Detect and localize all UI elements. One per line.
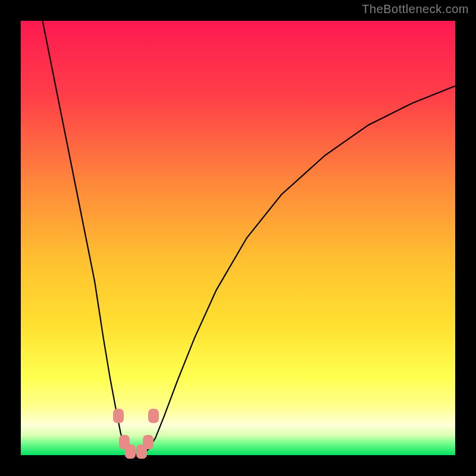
curve-marker <box>143 435 154 449</box>
curve-marker <box>148 409 159 423</box>
bottleneck-curve <box>21 21 455 455</box>
watermark-text: TheBottleneck.com <box>362 2 469 16</box>
curve-marker <box>113 409 124 423</box>
chart-plot-area <box>21 21 455 455</box>
curve-marker <box>125 444 136 459</box>
